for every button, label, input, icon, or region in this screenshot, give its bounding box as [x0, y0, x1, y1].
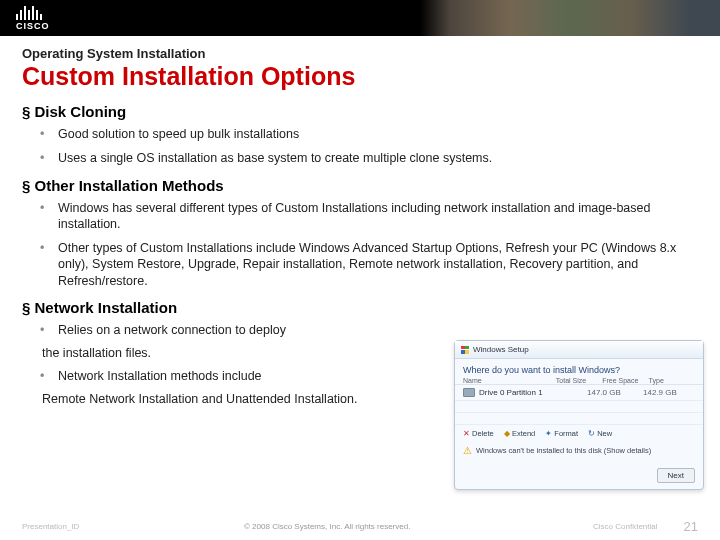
disk-size: 147.0 GB — [587, 388, 639, 397]
bullet-item: Good solution to speed up bulk installat… — [58, 126, 698, 142]
col: Type — [649, 377, 695, 384]
section-other-methods: Other Installation Methods Windows has s… — [22, 177, 698, 289]
copyright: © 2008 Cisco Systems, Inc. All rights re… — [79, 522, 575, 531]
section-head: Disk Cloning — [22, 103, 698, 120]
presentation-id: Presentation_ID — [22, 522, 79, 531]
section-disk-cloning: Disk Cloning Good solution to speed up b… — [22, 103, 698, 167]
disk-icon — [463, 388, 475, 397]
banner-photo — [420, 0, 720, 36]
body-text: Remote Network Installation and Unattend… — [22, 392, 422, 406]
disk-free: 142.9 GB — [643, 388, 695, 397]
next-button: Next — [657, 468, 695, 483]
disk-row: Drive 0 Partition 1 147.0 GB 142.9 GB — [455, 385, 703, 401]
format-action: Format — [545, 429, 578, 438]
column-headers: Name Total Size Free Space Type — [455, 377, 703, 385]
section-network-install: Network Installation Relies on a network… — [22, 299, 422, 407]
delete-action: Delete — [463, 429, 494, 438]
top-banner: CISCO — [0, 0, 720, 36]
page-title: Custom Installation Options — [22, 62, 698, 91]
confidential-label: Cisco Confidential — [593, 522, 657, 531]
windows-flag-icon — [461, 346, 469, 354]
bullet-item: Other types of Custom Installations incl… — [58, 240, 698, 289]
warning-text: Windows can't be installed to this disk … — [455, 442, 703, 459]
col: Free Space — [602, 377, 648, 384]
cisco-logo: CISCO — [16, 6, 50, 31]
bullet-item: Network Installation methods include — [58, 368, 422, 384]
window-title: Windows Setup — [473, 345, 529, 354]
section-head: Other Installation Methods — [22, 177, 698, 194]
new-action: New — [588, 429, 612, 438]
pretitle: Operating System Installation — [22, 46, 698, 61]
disk-label: Drive 0 Partition 1 — [479, 388, 583, 397]
bullet-item: Windows has several different types of C… — [58, 200, 698, 233]
col: Total Size — [556, 377, 602, 384]
setup-question: Where do you want to install Windows? — [455, 359, 703, 377]
window-titlebar: Windows Setup — [455, 341, 703, 359]
bullet-item: Relies on a network connection to deploy — [58, 322, 422, 338]
slide-footer: Presentation_ID © 2008 Cisco Systems, In… — [0, 519, 720, 534]
extend-action: Extend — [504, 429, 535, 438]
body-text: the installation files. — [22, 346, 422, 360]
logo-text: CISCO — [16, 21, 50, 31]
page-number: 21 — [684, 519, 698, 534]
logo-bars-icon — [16, 6, 50, 20]
windows-setup-screenshot: Windows Setup Where do you want to insta… — [454, 340, 704, 490]
bullet-item: Uses a single OS installation as base sy… — [58, 150, 698, 166]
section-head: Network Installation — [22, 299, 422, 316]
col: Name — [463, 377, 556, 384]
disk-actions: Delete Extend Format New — [455, 425, 703, 442]
